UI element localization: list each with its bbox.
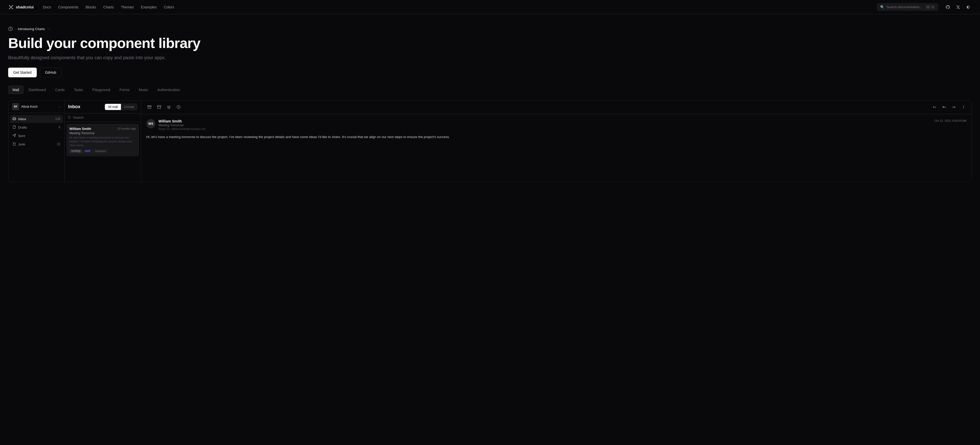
search-icon: 🔍 — [880, 5, 884, 9]
filter-unread[interactable]: Unread — [121, 104, 137, 110]
mail-item-tags: meeting work important — [69, 149, 136, 153]
hero-subtitle: Beautifully designed components that you… — [8, 55, 221, 60]
nav-themes[interactable]: Themes — [118, 3, 137, 11]
delete-button[interactable] — [165, 103, 173, 111]
search-shortcut: ⌘ K — [926, 5, 935, 9]
hero-actions: Get Started GitHub — [8, 68, 221, 77]
get-started-button[interactable]: Get Started — [8, 68, 37, 77]
reply-button[interactable] — [930, 103, 939, 111]
mail-items-list: William Smith 10 months ago Meeting Tomo… — [65, 122, 141, 182]
nav-item-drafts[interactable]: Drafts 9 — [10, 124, 63, 131]
svg-rect-5 — [148, 106, 151, 106]
hero-section: | Introducing Charts → Build your compon… — [0, 14, 230, 77]
tab-playground[interactable]: Playground — [88, 86, 115, 94]
inbox-count: 128 — [55, 117, 60, 121]
drafts-icon — [13, 125, 16, 130]
archive-button[interactable] — [145, 103, 153, 111]
tab-dashboard[interactable]: Dashboard — [24, 86, 50, 94]
junk-icon — [13, 142, 16, 146]
junk-count: 23 — [57, 142, 60, 146]
mail-item[interactable]: William Smith 10 months ago Meeting Tomo… — [67, 124, 139, 156]
mail-search-input[interactable] — [73, 116, 138, 119]
logo[interactable]: shadcn/ui — [8, 4, 34, 10]
tab-music[interactable]: Music — [135, 86, 152, 94]
hero-badge-text[interactable]: Introducing Charts — [18, 27, 45, 31]
nav-label-sent: Sent — [18, 134, 25, 138]
inbox-icon — [13, 117, 16, 121]
mail-from-row: WS William Smith Meeting Tomorrow Reply-… — [146, 119, 966, 130]
forward-button[interactable] — [950, 103, 958, 111]
mail-body-text: Hi, let's have a meeting tomorrow to dis… — [146, 135, 966, 140]
mail-item-preview: Hi, let's have a meeting tomorrow to dis… — [69, 136, 136, 148]
nav-blocks[interactable]: Blocks — [83, 3, 99, 11]
search-meta-key: ⌘ — [926, 5, 931, 9]
mail-subject: Meeting Tomorrow — [159, 124, 932, 127]
github-icon[interactable] — [944, 3, 951, 11]
nav-colors[interactable]: Colors — [161, 3, 177, 11]
search-key: K — [931, 5, 935, 9]
nav-label-junk: Junk — [18, 142, 25, 146]
nav-components[interactable]: Components — [55, 3, 81, 11]
reply-to: Reply-To: williamsmith@example.com — [159, 127, 932, 130]
tab-forms[interactable]: Forms — [115, 86, 134, 94]
reply-all-button[interactable] — [940, 103, 948, 111]
tag-important: important — [93, 149, 108, 153]
mail-timestamp: Oct 22, 2023, 9:00:00 AM — [935, 119, 966, 122]
hero-title: Build your component library — [8, 35, 221, 51]
tag-meeting: meeting — [69, 149, 82, 153]
nav-examples[interactable]: Examples — [138, 3, 159, 11]
nav-label-inbox: Inbox — [18, 117, 26, 121]
mail-item-time: 10 months ago — [118, 127, 136, 130]
sent-icon — [13, 134, 16, 138]
mail-account-selector[interactable]: AK Alicia Koch ⌄ — [8, 100, 64, 113]
mail-component: AK Alicia Koch ⌄ Inbox 128 Drafts — [8, 100, 972, 182]
nav-docs[interactable]: Docs — [40, 3, 54, 11]
tag-work: work — [83, 149, 92, 153]
navigation: shadcn/ui Docs Components Blocks Charts … — [0, 0, 980, 14]
mail-item-subject: Meeting Tomorrow — [69, 131, 136, 135]
mail-item-sender: William Smith — [69, 127, 91, 130]
demo-tabs: Mail Dashboard Cards Tasks Playground Fo… — [8, 86, 972, 94]
mail-content-body: WS William Smith Meeting Tomorrow Reply-… — [141, 114, 972, 182]
more-options-button[interactable] — [959, 103, 967, 111]
filter-all-mail[interactable]: All mail — [105, 104, 121, 110]
svg-line-4 — [70, 118, 70, 118]
drafts-count: 9 — [59, 126, 60, 129]
search-bar[interactable]: 🔍 Search documentation... ⌘ K — [877, 3, 938, 11]
demo-section: Mail Dashboard Cards Tasks Playground Fo… — [0, 77, 980, 182]
hero-badge-separator: | — [15, 27, 16, 31]
account-avatar: AK — [12, 103, 19, 110]
chart-icon — [8, 27, 13, 31]
logo-icon — [8, 4, 14, 10]
mail-search-bar — [65, 114, 141, 122]
tab-mail[interactable]: Mail — [8, 86, 24, 94]
search-placeholder: Search documentation... — [886, 5, 924, 9]
svg-rect-7 — [157, 106, 161, 106]
mail-list-header: Inbox All mail Unread — [65, 100, 141, 114]
nav-item-inbox[interactable]: Inbox 128 — [10, 115, 63, 123]
inbox-title: Inbox — [68, 104, 80, 110]
account-name: Alicia Koch — [21, 105, 56, 108]
logo-text: shadcn/ui — [16, 5, 34, 9]
nav-item-sent[interactable]: Sent — [10, 132, 63, 140]
nav-charts[interactable]: Charts — [100, 3, 117, 11]
theme-toggle-icon[interactable] — [965, 3, 972, 11]
mail-sidebar: AK Alicia Koch ⌄ Inbox 128 Drafts — [8, 100, 65, 182]
nav-label-drafts: Drafts — [18, 126, 27, 129]
nav-icon-group — [944, 3, 972, 11]
move-to-junk-button[interactable] — [155, 103, 163, 111]
mail-content-toolbar — [141, 100, 972, 114]
tab-cards[interactable]: Cards — [51, 86, 68, 94]
sender-name: William Smith — [159, 119, 932, 123]
mail-search-icon — [68, 116, 71, 120]
tab-tasks[interactable]: Tasks — [70, 86, 87, 94]
mail-nav: Inbox 128 Drafts 9 Sent — [8, 113, 64, 150]
tab-authentication[interactable]: Authentication — [153, 86, 184, 94]
mail-filter-group: All mail Unread — [105, 103, 137, 110]
hero-badge-arrow: → — [47, 27, 50, 31]
sender-avatar: WS — [146, 119, 156, 128]
twitter-icon[interactable] — [955, 3, 962, 11]
nav-item-junk[interactable]: Junk 23 — [10, 140, 63, 148]
snooze-button[interactable] — [174, 103, 183, 111]
github-button[interactable]: GitHub — [40, 68, 62, 77]
